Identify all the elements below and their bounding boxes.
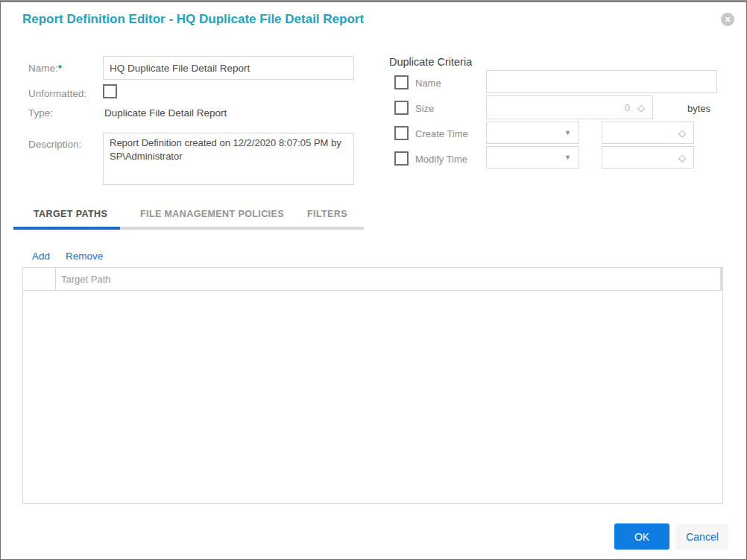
criteria-size-checkbox[interactable] [394,101,409,115]
criteria-modify-time-label: Modify Time [415,154,467,165]
size-unit-label: bytes [687,103,710,114]
unformatted-label: Unformatted: [28,88,86,99]
description-label: Description: [28,139,81,150]
criteria-name-input[interactable] [486,70,717,93]
tab-filters[interactable]: FILTERS [307,209,347,219]
dialog-title: Report Definition Editor - HQ Duplicate … [22,12,364,27]
criteria-name-checkbox[interactable] [394,75,409,89]
dropdown-arrow-icon: ▼ [564,154,571,161]
criteria-modify-time-checkbox[interactable] [394,151,409,166]
type-label: Type: [28,107,53,119]
cancel-button[interactable]: Cancel [676,523,728,550]
criteria-create-time-label: Create Time [415,128,468,139]
name-input[interactable] [103,56,354,80]
report-definition-editor-dialog: Report Definition Editor - HQ Duplicate … [0,0,747,560]
close-x-glyph: ✕ [724,16,731,24]
modify-time-spinner[interactable]: ◇ [602,146,694,169]
name-label: Name:* [28,63,62,74]
tab-target-paths[interactable]: TARGET PATHS [34,209,107,219]
size-value: 0 [625,102,630,113]
target-path-column-header: Target Path [61,274,111,285]
criteria-size-spinner[interactable]: 0 ◇ [486,95,653,119]
scrollbar-track[interactable] [720,268,722,291]
spinner-updown-icon[interactable]: ◇ [678,128,686,138]
dropdown-arrow-icon: ▼ [564,130,571,136]
target-paths-table[interactable]: Target Path [22,267,723,504]
create-time-dropdown[interactable]: ▼ [486,122,579,144]
unformatted-checkbox[interactable] [103,84,117,98]
active-tab-underline [13,227,120,230]
criteria-size-label: Size [415,103,434,114]
spinner-updown-icon[interactable]: ◇ [678,153,686,163]
description-textarea[interactable]: Report Definition created on 12/2/2020 8… [103,133,354,185]
tab-underline-track [13,227,364,230]
duplicate-criteria-heading: Duplicate Criteria [389,56,472,68]
ok-button[interactable]: OK [614,523,669,550]
required-marker: * [58,63,62,74]
close-icon[interactable]: ✕ [721,13,734,26]
tab-file-management-policies[interactable]: FILE MANAGEMENT POLICIES [140,209,284,219]
remove-link[interactable]: Remove [66,251,103,262]
create-time-spinner[interactable]: ◇ [602,122,694,144]
table-header-row: Target Path [23,268,722,291]
criteria-name-label: Name [415,78,441,89]
column-divider [55,268,56,291]
add-link[interactable]: Add [32,251,50,262]
criteria-create-time-checkbox[interactable] [394,126,409,140]
modify-time-dropdown[interactable]: ▼ [486,146,579,169]
spinner-updown-icon[interactable]: ◇ [637,103,645,113]
type-value: Duplicate File Detail Report [104,107,227,119]
